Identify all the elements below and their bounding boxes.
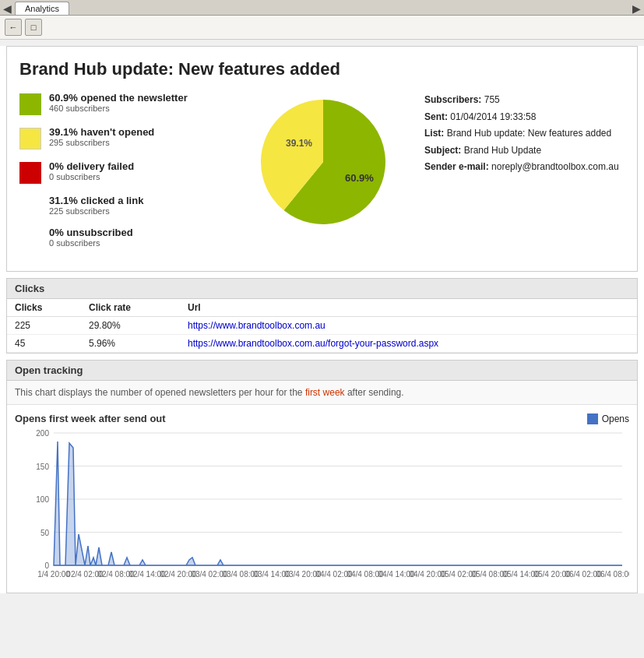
stat-sub-unsubscribed: 0 subscribers [49, 238, 238, 248]
toolbar-btn-1[interactable]: ← [5, 19, 22, 36]
stat-sub-clicked: 225 subscribers [49, 206, 238, 216]
pie-label-unopened: 39.1% [286, 138, 312, 149]
svg-text:150: 150 [36, 463, 49, 471]
clicks-header: Clicks [7, 279, 637, 299]
chart-title: Opens first week after send out [15, 413, 166, 424]
chart-svg-container: .axis-text { font-size: 10px; fill: #666… [15, 429, 629, 585]
col-clicks: Clicks [7, 299, 81, 317]
chart-area-fill [54, 442, 622, 565]
stat-sub-unopened: 295 subscribers [49, 138, 154, 147]
svg-text:06/4 08:00: 06/4 08:00 [596, 570, 629, 579]
col-rate: Click rate [81, 299, 180, 317]
info-sender: Sender e-mail: noreply@brandtoolbox.com.… [424, 159, 625, 176]
table-row: 225 29.80% https://www.brandtoolbox.com.… [7, 317, 637, 335]
pie-label-opened: 60.9% [345, 172, 374, 184]
nav-arrow-left[interactable]: ◀ [0, 2, 15, 15]
row1-clicks: 225 [7, 317, 81, 335]
campaign-section: Brand Hub update: New features added 60.… [6, 46, 638, 272]
svg-text:100: 100 [36, 495, 49, 504]
stat-label-clicked: 31.1% clicked a link [49, 195, 238, 206]
stat-label-unopened: 39.1% haven't opened [49, 126, 154, 138]
campaign-title: Brand Hub update: New features added [19, 59, 625, 79]
svg-text:200: 200 [36, 429, 49, 438]
tab-analytics[interactable]: Analytics [15, 2, 69, 15]
stat-sub-failed: 0 subscribers [49, 172, 134, 181]
stat-sub-opened: 460 subscribers [49, 104, 188, 113]
open-tracking-body: This chart displays the number of opened… [7, 381, 637, 593]
stat-color-opened [19, 93, 41, 115]
chart-title-row: Opens first week after send out Opens [15, 413, 629, 424]
col-url: Url [180, 299, 637, 317]
open-tracking-section: Open tracking This chart displays the nu… [6, 360, 638, 593]
stats-left: 60.9% opened the newsletter 460 subscrib… [19, 92, 238, 259]
stat-label-failed: 0% delivery failed [49, 160, 134, 172]
stat-opened: 60.9% opened the newsletter 460 subscrib… [19, 92, 238, 115]
legend-label: Opens [602, 413, 629, 424]
row1-url: https://www.brandtoolbox.com.au [180, 317, 637, 335]
row2-url: https://www.brandtoolbox.com.au/forgot-y… [180, 335, 637, 353]
row1-url-link[interactable]: https://www.brandtoolbox.com.au [188, 320, 326, 331]
nav-arrow-right[interactable]: ▶ [629, 2, 644, 15]
stat-unsubscribed: 0% unsubscribed 0 subscribers [49, 227, 238, 248]
toolbar-btn-2[interactable]: □ [25, 19, 42, 36]
info-subscribers: Subscribers: 755 [424, 92, 625, 109]
info-sent: Sent: 01/04/2014 19:33:58 [424, 109, 625, 126]
clicks-section: Clicks Clicks Click rate Url 225 29.80% … [6, 278, 638, 354]
chart-info-highlight: first week [305, 387, 345, 398]
stat-clicked: 31.1% clicked a link 225 subscribers [49, 195, 238, 216]
stats-layout: 60.9% opened the newsletter 460 subscrib… [19, 92, 625, 259]
row2-rate: 5.96% [81, 335, 180, 353]
stat-label-unsubscribed: 0% unsubscribed [49, 227, 238, 238]
pie-chart: 60.9% 39.1% [253, 92, 393, 232]
stat-unopened: 39.1% haven't opened 295 subscribers [19, 126, 238, 150]
legend-box [587, 413, 598, 424]
clicks-table: Clicks Click rate Url 225 29.80% https:/… [7, 299, 637, 353]
tab-bar: ◀ Analytics ▶ [0, 0, 644, 16]
table-row: 45 5.96% https://www.brandtoolbox.com.au… [7, 335, 637, 353]
row2-clicks: 45 [7, 335, 81, 353]
row2-url-link[interactable]: https://www.brandtoolbox.com.au/forgot-y… [188, 338, 438, 349]
info-list: List: Brand Hub update: New features add… [424, 125, 625, 143]
stat-failed: 0% delivery failed 0 subscribers [19, 160, 238, 184]
main-content: Brand Hub update: New features added 60.… [0, 46, 644, 593]
open-tracking-header: Open tracking [7, 361, 637, 381]
stat-color-failed [19, 162, 41, 184]
svg-text:0: 0 [44, 561, 49, 570]
chart-legend: Opens [587, 413, 629, 424]
chart-area: Opens first week after send out Opens [7, 405, 637, 593]
opens-chart: .axis-text { font-size: 10px; fill: #666… [15, 429, 629, 585]
clicks-body: Clicks Click rate Url 225 29.80% https:/… [7, 299, 637, 353]
svg-text:1/4 20:00: 1/4 20:00 [37, 570, 70, 579]
info-subject: Subject: Brand Hub Update [424, 143, 625, 160]
svg-text:50: 50 [40, 529, 50, 537]
row1-rate: 29.80% [81, 317, 180, 335]
chart-info-text: This chart displays the number of opened… [7, 381, 637, 405]
toolbar: ← □ [0, 16, 644, 40]
pie-chart-area: 60.9% 39.1% [238, 92, 409, 232]
campaign-info: Subscribers: 755 Sent: 01/04/2014 19:33:… [409, 92, 625, 176]
stat-color-unopened [19, 128, 41, 150]
stat-label-opened: 60.9% opened the newsletter [49, 92, 188, 104]
